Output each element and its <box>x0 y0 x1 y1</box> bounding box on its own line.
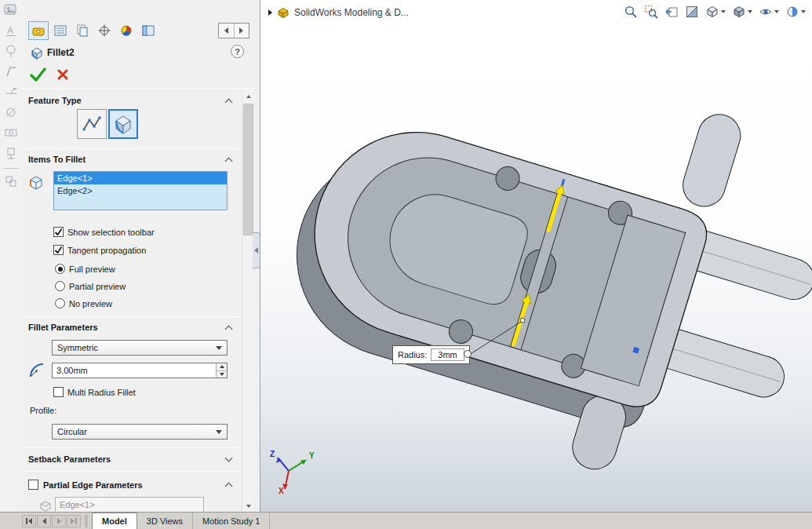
tab-bar-splitter[interactable] <box>85 515 88 527</box>
block-icon[interactable] <box>4 174 18 188</box>
no-preview-label[interactable]: No preview <box>69 299 112 308</box>
display-manager-tab-icon[interactable] <box>116 21 137 40</box>
tab-model[interactable]: Model <box>92 513 137 529</box>
pane-tab-icon[interactable] <box>138 21 158 40</box>
partial-edge-parameters-checkbox[interactable] <box>28 480 38 490</box>
section-view-icon[interactable] <box>683 3 701 20</box>
ok-button[interactable] <box>30 67 47 82</box>
profile-dropdown[interactable]: Circular <box>52 424 228 440</box>
graphics-area[interactable]: SolidWorks Modeling & D... Radius: 3mm Z… <box>260 0 812 512</box>
partial-preview-radio[interactable] <box>55 281 65 291</box>
radius-callout-value[interactable]: 3mm <box>431 348 464 361</box>
cancel-button[interactable] <box>56 68 69 81</box>
symmetry-dropdown[interactable]: Symmetric <box>52 340 228 356</box>
weld-symbol-icon[interactable] <box>4 85 18 99</box>
panel-tab-scroll-right-button[interactable] <box>235 24 249 38</box>
display-style-icon[interactable] <box>730 3 754 20</box>
partial-preview-label[interactable]: Partial preview <box>69 282 126 291</box>
multi-radius-fillet-label[interactable]: Multi Radius Fillet <box>67 388 136 397</box>
hole-callout-icon[interactable] <box>4 105 18 119</box>
divider <box>22 148 253 149</box>
note-icon[interactable]: A <box>4 24 18 38</box>
flyout-tree-arrow[interactable] <box>268 9 272 16</box>
tangent-propagation-checkbox[interactable] <box>53 245 64 255</box>
setback-parameters-header[interactable]: Setback Parameters <box>28 454 111 464</box>
breadcrumb-text[interactable]: SolidWorks Modeling & D... <box>294 7 409 18</box>
tab-scroll-first-button[interactable] <box>22 515 36 527</box>
show-selection-toolbar-label[interactable]: Show selection toolbar <box>67 228 155 237</box>
list-item[interactable]: Edge<1> <box>54 172 227 184</box>
chevron-up-icon[interactable] <box>225 99 233 107</box>
panel-scrollbar[interactable] <box>242 90 253 512</box>
multi-radius-fillet-checkbox[interactable] <box>53 387 64 397</box>
edit-appearance-icon[interactable] <box>784 3 807 20</box>
surface-finish-icon[interactable] <box>4 64 18 78</box>
chevron-down-icon[interactable] <box>748 10 752 13</box>
spinner-down-button[interactable] <box>217 371 227 378</box>
balloon-icon[interactable] <box>4 44 18 58</box>
filletxpert-type-button[interactable] <box>108 109 138 139</box>
list-item[interactable]: Edge<2> <box>54 184 227 197</box>
view-orientation-icon[interactable] <box>704 3 727 20</box>
profile-label: Profile: <box>30 406 56 415</box>
panel-tab-scroll-left-button[interactable] <box>219 24 235 38</box>
scroll-down-button[interactable] <box>242 500 254 512</box>
orientation-triad[interactable]: Z Y X <box>265 444 320 494</box>
zoom-to-area-icon[interactable] <box>643 3 660 20</box>
chevron-up-icon[interactable] <box>225 326 233 334</box>
design-tree-tab-icon[interactable] <box>50 21 71 40</box>
tangent-propagation-label[interactable]: Tangent propagation <box>67 246 146 255</box>
part-back-leg <box>678 109 746 212</box>
property-manager-panel: Fillet2 ? Feature Type Items To Fillet E… <box>22 0 253 512</box>
chevron-down-icon[interactable] <box>774 10 779 13</box>
zoom-to-fit-icon[interactable] <box>622 3 639 20</box>
partial-edge-value[interactable]: Edge<1> <box>55 497 204 512</box>
property-manager-tab-icon[interactable] <box>28 21 49 40</box>
chevron-down-icon[interactable] <box>721 10 726 13</box>
edge-selection-icon <box>28 174 44 190</box>
no-preview-radio[interactable] <box>55 298 65 308</box>
callout-drag-handle[interactable] <box>464 350 472 358</box>
partial-edge-parameters-header[interactable]: Partial Edge Parameters <box>43 480 143 490</box>
manual-fillet-type-button[interactable] <box>77 109 107 139</box>
full-preview-radio[interactable] <box>55 264 65 274</box>
divider <box>22 88 253 89</box>
dimxpert-tab-icon[interactable] <box>94 21 115 40</box>
configurations-tab-icon[interactable] <box>72 21 93 40</box>
datum-feature-icon[interactable] <box>4 146 18 160</box>
tab-3d-views[interactable]: 3D Views <box>137 513 193 529</box>
divider <box>22 471 253 472</box>
feature-type-header[interactable]: Feature Type <box>28 96 82 105</box>
chevron-up-icon[interactable] <box>225 158 233 166</box>
breadcrumb[interactable]: SolidWorks Modeling & D... <box>268 6 409 19</box>
divider <box>22 447 253 448</box>
help-button[interactable]: ? <box>231 45 244 58</box>
chevron-up-icon[interactable] <box>225 483 233 491</box>
app-window: A Fillet2 ? Feature Typ <box>0 0 812 529</box>
sketch-fillet-icon <box>82 114 102 134</box>
radius-spinner <box>216 363 227 378</box>
radius-input[interactable]: 3.00mm <box>52 363 228 378</box>
chevron-down-icon[interactable] <box>801 10 806 13</box>
hide-show-items-icon[interactable] <box>757 3 781 20</box>
tab-scroll-next-button[interactable] <box>52 515 66 527</box>
leader-anchor[interactable] <box>520 318 525 323</box>
previous-view-icon[interactable] <box>663 3 680 20</box>
show-selection-toolbar-checkbox[interactable] <box>53 227 64 237</box>
app-corner-icon <box>3 2 17 16</box>
spinner-up-button[interactable] <box>217 363 227 371</box>
model-canvas[interactable] <box>260 0 812 512</box>
full-preview-label[interactable]: Full preview <box>69 264 115 274</box>
geometric-tolerance-icon[interactable] <box>4 126 18 140</box>
scroll-up-button[interactable] <box>242 90 254 102</box>
fillet-parameters-header[interactable]: Fillet Parameters <box>28 323 98 332</box>
chevron-down-icon[interactable] <box>225 454 233 462</box>
fillet-items-listbox[interactable]: Edge<1> Edge<2> <box>53 171 228 210</box>
annotation-toolbar: A <box>0 0 22 512</box>
tab-scroll-last-button[interactable] <box>67 515 81 527</box>
tab-scroll-prev-button[interactable] <box>37 515 51 527</box>
tab-motion-study-1[interactable]: Motion Study 1 <box>193 513 270 529</box>
radius-icon <box>28 362 46 379</box>
items-to-fillet-header[interactable]: Items To Fillet <box>28 155 86 164</box>
scrollbar-thumb[interactable] <box>243 104 253 235</box>
